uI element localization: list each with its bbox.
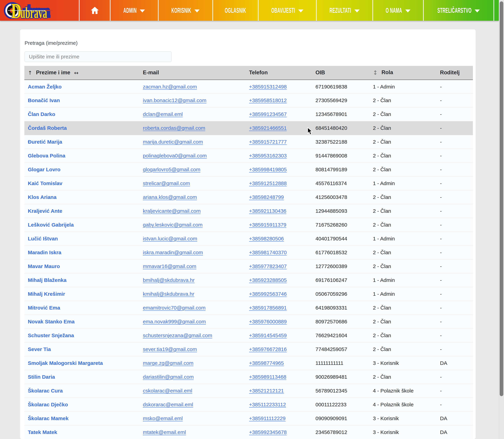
club-logo[interactable]: ubrava ubrava D (0, 0, 79, 21)
member-phone-link[interactable]: +385992563746 (249, 291, 287, 297)
member-email-link[interactable]: cskolarac@email.eml (143, 388, 192, 393)
member-phone-link[interactable]: +385112233112 (249, 402, 286, 407)
member-phone-link[interactable]: +385915721777 (249, 139, 287, 145)
member-name-link[interactable]: Kaić Tomislav (28, 181, 63, 186)
member-email-link[interactable]: glogarlovro5@gmail.com (143, 167, 200, 172)
member-email-link[interactable]: bmihalj@skdubrava.hr (143, 277, 195, 283)
member-name-link[interactable]: Sever Tia (28, 346, 51, 352)
nav-item-o-nama[interactable]: O NAMA (372, 0, 423, 21)
home-icon (90, 6, 99, 14)
member-email-link[interactable]: schustersnjezana@gmail.com (143, 332, 212, 338)
member-name-link[interactable]: Stilin Daria (28, 374, 55, 380)
member-phone-link[interactable]: +385998419805 (249, 167, 287, 172)
member-name-link[interactable]: Schuster Snježana (28, 332, 74, 338)
member-name-link[interactable]: Čordaš Roberta (28, 125, 67, 131)
member-name-link[interactable]: Acman Željko (28, 84, 62, 89)
member-name-link[interactable]: Tatek Matek (28, 429, 57, 435)
member-name-link[interactable]: Školarac Dječko (28, 402, 68, 407)
nav-item-home[interactable] (79, 0, 110, 21)
member-email-link[interactable]: gaby.leskovic@gmail.com (143, 222, 202, 228)
member-email-link[interactable]: roberta.cordas@gmail.com (143, 125, 205, 131)
member-email-link[interactable]: dskorarac@email.eml (143, 402, 193, 407)
member-phone-link[interactable]: +385921466551 (249, 125, 287, 131)
member-email-link[interactable]: marge.zg@gmail.com (143, 360, 193, 366)
member-phone-link[interactable]: +385921130436 (249, 208, 286, 214)
member-row: Schuster Snježanaschustersnjezana@gmail.… (24, 329, 473, 342)
column-header-rola[interactable]: ↕Rola (369, 66, 437, 80)
member-name-link[interactable]: Maradin Iskra (28, 250, 61, 255)
member-name-cell: Bonačić Ivan (24, 94, 139, 107)
nav-item-rezultati[interactable]: REZULTATI (316, 0, 372, 21)
nav-item-obavijesti[interactable]: OBAVIJESTI (258, 0, 316, 21)
member-role-cell: 2 - Član (369, 370, 437, 384)
member-email-link[interactable]: strelicar@gmail.com (143, 181, 190, 186)
member-phone-link[interactable]: +385915312498 (249, 84, 287, 89)
member-name-link[interactable]: Član Darko (28, 111, 55, 117)
member-email-link[interactable]: dclan@email.eml (143, 111, 183, 117)
member-name-link[interactable]: Školarac Mamek (28, 415, 68, 421)
member-phone-link[interactable]: +38521212121 (249, 388, 284, 393)
member-name-link[interactable]: Kraljević Ante (28, 208, 62, 214)
member-name-link[interactable]: Klos Ariana (28, 194, 57, 200)
member-phone-link[interactable]: +385912512888 (249, 181, 287, 186)
member-email-cell: ivan.bonacic12@gmail.com (139, 94, 246, 107)
member-phone-link[interactable]: +385976000889 (249, 319, 287, 324)
member-email-link[interactable]: ema.novak999@gmail.com (143, 319, 206, 324)
member-name-link[interactable]: Novak Stanko Ema (28, 319, 75, 324)
member-email-link[interactable]: mmavar16@gmail.com (143, 263, 196, 269)
member-phone-link[interactable]: +385976672816 (249, 346, 287, 352)
member-phone-link[interactable]: +38598280506 (249, 236, 284, 242)
member-phone-link[interactable]: +385953162303 (249, 153, 287, 159)
member-email-link[interactable]: emamitrovic70@gmail.com (143, 305, 205, 311)
member-email-link[interactable]: iskra.maradin@gmail.com (143, 250, 203, 255)
nav-item-oglasnik[interactable]: OGLASNIK (212, 0, 258, 21)
member-email-link[interactable]: polinaglebova0@gmail.com (143, 153, 207, 159)
member-phone-link[interactable]: +385989113468 (249, 374, 286, 380)
member-phone-link[interactable]: +385914545459 (249, 332, 287, 338)
nav-item-korisnik[interactable]: KORISNIK (158, 0, 212, 21)
member-phone-link[interactable]: +385915911379 (249, 222, 286, 228)
nav-item-admin[interactable]: ADMIN (110, 0, 158, 21)
member-name-link[interactable]: Glebova Polina (28, 153, 65, 159)
member-name-link[interactable]: Đuretić Marija (28, 139, 62, 145)
member-name-link[interactable]: Lešković Gabrijela (28, 222, 74, 228)
member-name-link[interactable]: Lučić Ištvan (28, 236, 58, 242)
member-name-link[interactable]: Mavar Mauro (28, 263, 60, 269)
member-role-cell: 2 - Član (369, 190, 437, 204)
member-phone-link[interactable]: +38598248799 (249, 194, 284, 200)
member-phone-link[interactable]: +38598774965 (249, 360, 284, 366)
member-phone-link[interactable]: +385923288505 (249, 277, 287, 283)
member-email-link[interactable]: marija.duretic@gmail.com (143, 139, 203, 145)
member-email-link[interactable]: kmihalj@skdubrava.hr (143, 291, 194, 297)
member-name-link[interactable]: Smoljak Malogorski Margareta (28, 360, 103, 366)
member-phone-link[interactable]: +385992345678 (249, 429, 287, 435)
member-name-link[interactable]: Mitrović Ema (28, 305, 60, 311)
member-email-link[interactable]: sever.tia19@gmail.com (143, 346, 197, 352)
member-email-link[interactable]: kraljevicante@gmail.com (143, 208, 201, 214)
column-header-name[interactable]: ↑Prezime i ime↔ (24, 66, 139, 80)
member-name-link[interactable]: Školarac Cura (28, 388, 63, 393)
member-phone-link[interactable]: +385981740370 (249, 250, 287, 255)
member-phone-cell: +385992563746 (246, 287, 312, 301)
member-email-link[interactable]: dariastilin@gmail.com (143, 374, 194, 380)
member-email-link[interactable]: zacman.hz@gmail.com (143, 84, 197, 89)
member-phone-link[interactable]: +385917856891 (249, 305, 287, 311)
member-email-link[interactable]: ariana.klos@gmail.com (143, 194, 197, 200)
nav-gradient-tail (493, 0, 499, 21)
search-input[interactable] (25, 51, 172, 62)
nav-item-strelicarstvo[interactable]: STRELIČARSTVO (423, 0, 493, 21)
member-phone-link[interactable]: +385991234567 (249, 111, 287, 117)
member-name-link[interactable]: Bonačić Ivan (28, 98, 60, 103)
page-scrollbar-track[interactable] (499, 0, 504, 439)
member-email-link[interactable]: msko@email.eml (143, 415, 183, 421)
member-phone-link[interactable]: +385977823407 (249, 263, 287, 269)
member-phone-link[interactable]: +385911112229 (249, 415, 286, 421)
member-phone-link[interactable]: +385958518012 (249, 98, 287, 103)
page-scrollbar-thumb[interactable] (500, 1, 503, 396)
member-email-link[interactable]: mtatek@email.eml (143, 429, 186, 435)
member-email-link[interactable]: ivan.bonacic12@gmail.com (143, 98, 206, 103)
member-name-link[interactable]: Glogar Lovro (28, 167, 60, 172)
member-name-link[interactable]: Mihalj Krešimir (28, 291, 65, 297)
member-email-link[interactable]: istvan.lucic@gmail.com (143, 236, 197, 242)
member-name-link[interactable]: Mihalj Blaženka (28, 277, 66, 283)
